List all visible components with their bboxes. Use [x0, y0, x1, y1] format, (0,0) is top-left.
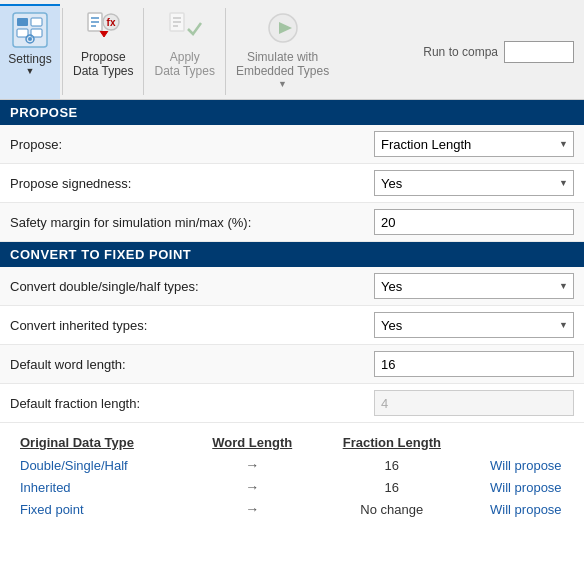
propose-signedness-select[interactable]: Yes No [374, 170, 574, 196]
simulate-embedded-label: Simulate withEmbedded Types [236, 50, 329, 79]
col-header-fraction: Fraction Length [316, 431, 468, 454]
convert-inherited-row: Convert inherited types: Yes No [0, 306, 584, 345]
convert-double-select[interactable]: Yes No [374, 273, 574, 299]
run-compare-input[interactable] [504, 41, 574, 63]
convert-inherited-select-wrapper: Yes No [374, 312, 574, 338]
settings-button[interactable]: Settings ▼ [0, 4, 60, 99]
toolbar: Settings ▼ fx ProposeData Types [0, 0, 584, 100]
row1-type: Double/Single/Half [0, 454, 189, 476]
row2-arrow: → [189, 476, 316, 498]
safety-margin-label: Safety margin for simulation min/max (%)… [10, 215, 374, 230]
propose-select[interactable]: Fraction Length Word Length None [374, 131, 574, 157]
table-section: Original Data Type Word Length Fraction … [0, 423, 584, 530]
default-word-length-label: Default word length: [10, 357, 374, 372]
row1-fraction: Will propose [468, 454, 584, 476]
row3-type: Fixed point [0, 498, 189, 520]
col-header-type: Original Data Type [0, 431, 189, 454]
row2-word: 16 [316, 476, 468, 498]
table-header-row: Original Data Type Word Length Fraction … [0, 431, 584, 454]
convert-double-row: Convert double/single/half types: Yes No [0, 267, 584, 306]
simulate-arrow: ▼ [278, 79, 287, 89]
propose-data-types-button[interactable]: fx ProposeData Types [65, 4, 141, 99]
apply-data-types-button[interactable]: ApplyData Types [146, 4, 222, 99]
propose-signedness-label: Propose signedness: [10, 176, 374, 191]
simulate-embedded-button[interactable]: Simulate withEmbedded Types ▼ [228, 4, 337, 99]
apply-data-types-label: ApplyData Types [154, 50, 214, 79]
table-row: Double/Single/Half → 16 Will propose [0, 454, 584, 476]
svg-point-6 [28, 37, 32, 41]
simulate-icon [263, 8, 303, 48]
propose-data-types-label: ProposeData Types [73, 50, 133, 79]
safety-margin-input[interactable] [374, 209, 574, 235]
default-fraction-length-label: Default fraction length: [10, 396, 374, 411]
convert-double-label: Convert double/single/half types: [10, 279, 374, 294]
propose-section-header: PROPOSE [0, 100, 584, 125]
convert-double-select-wrapper: Yes No [374, 273, 574, 299]
settings-arrow: ▼ [26, 66, 35, 76]
run-to-compare-label: Run to compa [423, 45, 498, 59]
table-row: Fixed point → No change Will propose [0, 498, 584, 520]
svg-rect-2 [31, 18, 42, 26]
settings-label: Settings [8, 52, 51, 66]
propose-signedness-row: Propose signedness: Yes No [0, 164, 584, 203]
default-word-length-input[interactable] [374, 351, 574, 377]
settings-icon [10, 10, 50, 50]
table-row: Inherited → 16 Will propose [0, 476, 584, 498]
convert-inherited-label: Convert inherited types: [10, 318, 374, 333]
main-content: PROPOSE Propose: Fraction Length Word Le… [0, 100, 584, 565]
svg-rect-3 [17, 29, 28, 37]
data-table: Original Data Type Word Length Fraction … [0, 431, 584, 520]
default-fraction-length-input[interactable] [374, 390, 574, 416]
convert-inherited-select[interactable]: Yes No [374, 312, 574, 338]
run-to-compare-area: Run to compa [423, 4, 584, 99]
default-fraction-length-row: Default fraction length: [0, 384, 584, 423]
row2-type: Inherited [0, 476, 189, 498]
safety-margin-row: Safety margin for simulation min/max (%)… [0, 203, 584, 242]
propose-select-wrapper: Fraction Length Word Length None [374, 131, 574, 157]
row3-arrow: → [189, 498, 316, 520]
row3-fraction: Will propose [468, 498, 584, 520]
svg-text:fx: fx [107, 17, 116, 28]
default-word-length-row: Default word length: [0, 345, 584, 384]
svg-rect-1 [17, 18, 28, 26]
row1-word: 16 [316, 454, 468, 476]
row1-arrow: → [189, 454, 316, 476]
divider-2 [143, 8, 144, 95]
row2-fraction: Will propose [468, 476, 584, 498]
apply-icon [165, 8, 205, 48]
propose-icon: fx [83, 8, 123, 48]
convert-section-header: CONVERT TO FIXED POINT [0, 242, 584, 267]
propose-signedness-select-wrapper: Yes No [374, 170, 574, 196]
propose-row: Propose: Fraction Length Word Length Non… [0, 125, 584, 164]
propose-label: Propose: [10, 137, 374, 152]
divider-3 [225, 8, 226, 95]
row3-word: No change [316, 498, 468, 520]
col-header-word: Word Length [189, 431, 316, 454]
divider-1 [62, 8, 63, 95]
